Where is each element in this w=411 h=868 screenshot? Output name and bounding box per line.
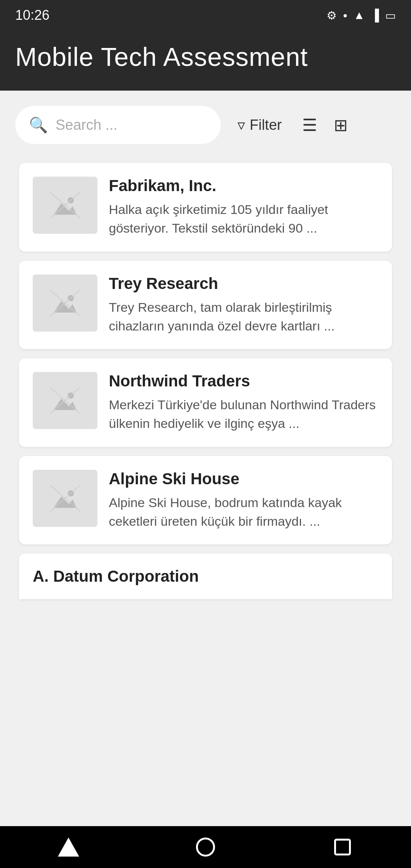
card-content: A. Datum Corporation xyxy=(33,567,378,586)
card-title: Fabrikam, Inc. xyxy=(109,177,378,195)
app-header: Mobile Tech Assessment xyxy=(0,30,411,91)
wifi-icon: ▲ xyxy=(354,9,365,22)
settings-icon: ⚙ xyxy=(327,9,337,22)
card-title: Alpine Ski House xyxy=(109,470,378,488)
card-title: Trey Research xyxy=(109,274,378,293)
list-item[interactable]: Trey Research Trey Research, tam olarak … xyxy=(19,261,392,349)
home-button[interactable] xyxy=(186,832,225,862)
card-image xyxy=(33,372,97,429)
grid-view-button[interactable]: ⊞ xyxy=(330,112,352,139)
card-image xyxy=(33,274,97,332)
search-icon: 🔍 xyxy=(29,116,48,134)
list-item[interactable]: Alpine Ski House Alpine Ski House, bodru… xyxy=(19,456,392,545)
status-bar: 10:26 ⚙ ● ▲ ▐ ▭ xyxy=(0,0,411,30)
main-content: 🔍 ▿ Filter ☰ ⊞ xyxy=(0,91,411,852)
back-icon xyxy=(58,838,79,857)
cards-container: Fabrikam, Inc. Halka açık şirketimiz 105… xyxy=(15,159,396,603)
card-title: A. Datum Corporation xyxy=(33,567,378,586)
card-description: Merkezi Türkiye'de bulunan Northwind Tra… xyxy=(109,396,378,433)
filter-label: Filter xyxy=(250,117,282,133)
status-icons: ⚙ ● ▲ ▐ ▭ xyxy=(327,9,396,22)
bottom-navigation xyxy=(0,826,411,868)
card-description: Trey Research, tam olarak birleştirilmiş… xyxy=(109,298,378,336)
card-description: Alpine Ski House, bodrum katında kayak c… xyxy=(109,493,378,531)
signal-icon: ▐ xyxy=(371,9,379,22)
card-content: Northwind Traders Merkezi Türkiye'de bul… xyxy=(109,372,378,433)
recents-button[interactable] xyxy=(323,832,362,862)
card-content: Trey Research Trey Research, tam olarak … xyxy=(109,274,378,336)
list-item[interactable]: Fabrikam, Inc. Halka açık şirketimiz 105… xyxy=(19,163,392,252)
notification-dot-icon: ● xyxy=(343,11,347,20)
status-time: 10:26 xyxy=(15,7,49,23)
card-description: Halka açık şirketimiz 105 yıldır faaliye… xyxy=(109,200,378,238)
toolbar: 🔍 ▿ Filter ☰ ⊞ xyxy=(15,106,396,144)
card-content: Alpine Ski House Alpine Ski House, bodru… xyxy=(109,470,378,531)
page-title: Mobile Tech Assessment xyxy=(15,42,396,72)
list-item[interactable]: A. Datum Corporation xyxy=(19,554,392,599)
card-content: Fabrikam, Inc. Halka açık şirketimiz 105… xyxy=(109,177,378,238)
recents-icon xyxy=(334,839,351,855)
battery-icon: ▭ xyxy=(385,9,396,22)
search-box[interactable]: 🔍 xyxy=(15,106,221,144)
filter-button[interactable]: ▿ Filter xyxy=(230,112,289,137)
card-image xyxy=(33,470,97,527)
back-button[interactable] xyxy=(49,832,88,862)
list-view-button[interactable]: ☰ xyxy=(298,112,321,139)
search-input[interactable] xyxy=(56,117,207,133)
card-title: Northwind Traders xyxy=(109,372,378,390)
home-icon xyxy=(196,838,215,857)
list-item[interactable]: Northwind Traders Merkezi Türkiye'de bul… xyxy=(19,358,392,447)
filter-icon: ▿ xyxy=(237,116,245,134)
card-image xyxy=(33,177,97,234)
grid-view-icon: ⊞ xyxy=(334,116,348,134)
list-view-icon: ☰ xyxy=(302,116,317,134)
